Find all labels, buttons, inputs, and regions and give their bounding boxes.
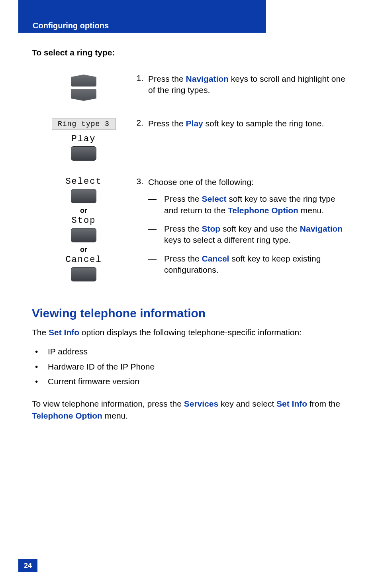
page: Configuring options To select a ring typ… [0,0,380,588]
step-3-row: Select or Stop or Cancel 3. Choose one o… [32,177,348,283]
or-label: or [80,246,87,254]
nav-down-key-icon [71,89,96,101]
section-heading-viewing-info: Viewing telephone information [32,307,348,320]
text: Press the [164,194,202,203]
info-bullet-list: IP address Hardware ID of the IP Phone C… [32,344,348,389]
softkey-label-play: Play [72,134,96,144]
text: Press the [148,74,186,83]
step-1-number: 1. [135,73,148,96]
softkey-label-cancel: Cancel [65,255,102,265]
softkey-button-icon [71,146,96,161]
step-3-options: Press the Select soft key to save the ri… [148,193,348,275]
step-1-row: 1. Press the Navigation keys to scroll a… [32,73,348,102]
top-accent-bar [18,0,266,18]
step-2-text: Press the Play soft key to sample the ri… [148,118,348,129]
header-section-bar: Configuring options [18,18,266,33]
procedure-title: To select a ring type: [32,48,348,57]
softkey-label-select: Select [65,177,102,187]
softkey-label-stop: Stop [72,216,96,226]
step-3-graphic: Select or Stop or Cancel [32,177,135,281]
step-2-row: Ring type 3 Play 2. Press the Play soft … [32,118,348,161]
emph-navigation: Navigation [186,74,229,83]
emph-services: Services [184,399,218,408]
bullet-hardware-id: Hardware ID of the IP Phone [32,359,348,374]
step-1-graphic [32,73,135,102]
emph-telephone-option: Telephone Option [32,411,102,420]
option-select: Press the Select soft key to save the ri… [148,193,348,216]
emph-set-info: Set Info [276,399,307,408]
option-cancel: Press the Cancel soft key to keep existi… [148,253,348,276]
text: soft key to sample the ring tone. [203,119,324,128]
bullet-ip-address: IP address [32,344,348,359]
or-label: or [80,206,87,215]
option-stop: Press the Stop soft key and use the Navi… [148,223,348,246]
softkey-button-icon [71,228,96,242]
text: key and select [218,399,276,408]
text: Press the [148,119,186,128]
text: The [32,328,49,337]
text: Press the [164,224,202,233]
emph-cancel: Cancel [202,254,229,263]
text: To view telephone information, press the [32,399,184,408]
emph-select: Select [202,194,227,203]
softkey-button-icon [71,267,96,281]
emph-stop: Stop [202,224,221,233]
text: soft key and use the [220,224,300,233]
step-2-graphic: Ring type 3 Play [32,118,135,161]
emph-telephone-option: Telephone Option [228,206,298,215]
text: keys to select a different ring type. [164,235,291,244]
nav-up-key-icon [71,75,96,87]
step-3-text: Choose one of the following: Press the S… [148,177,348,283]
section2-outro: To view telephone information, press the… [32,398,348,421]
text: menu. [102,411,128,420]
content-area: To select a ring type: 1. Press the Navi… [32,0,348,421]
text: Press the [164,254,202,263]
text: option displays the following telephone-… [79,328,302,337]
emph-set-info: Set Info [49,328,79,337]
lcd-display: Ring type 3 [52,118,116,130]
text: from the [307,399,340,408]
emph-navigation: Navigation [300,224,343,233]
step-3-number: 3. [135,177,148,283]
section2-intro: The Set Info option displays the followi… [32,326,348,338]
page-number: 24 [18,559,37,572]
step-3-intro: Choose one of the following: [148,177,254,187]
step-2-number: 2. [135,118,148,129]
emph-play: Play [186,119,203,128]
text: menu. [298,206,324,215]
bullet-firmware: Current firmware version [32,374,348,389]
softkey-button-icon [71,189,96,203]
step-1-text: Press the Navigation keys to scroll and … [148,73,348,96]
